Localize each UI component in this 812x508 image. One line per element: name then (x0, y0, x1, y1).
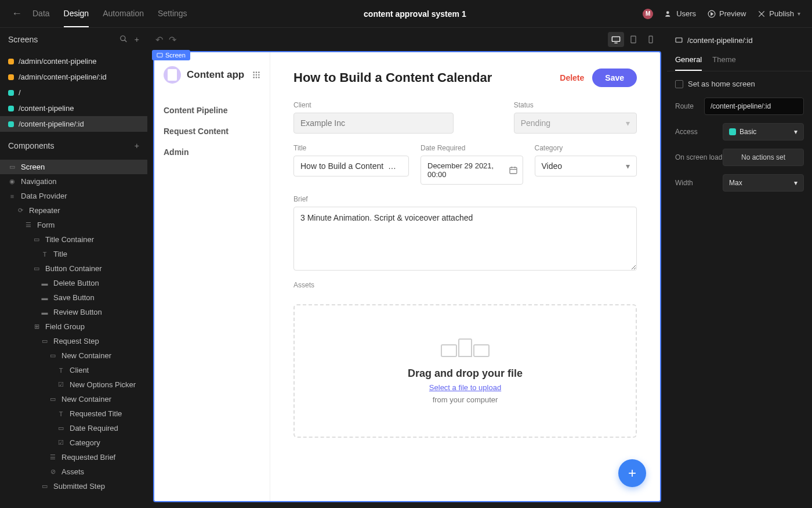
component-item[interactable]: ▭Screen (0, 160, 147, 174)
title-label: Title (293, 144, 409, 152)
search-icon[interactable] (119, 35, 128, 44)
component-item[interactable]: ▬Delete Button (0, 276, 147, 290)
undo-button[interactable]: ↶ (155, 34, 163, 45)
component-item-label: Save Button (53, 293, 95, 302)
nav-content-pipeline[interactable]: Content Pipeline (164, 100, 260, 121)
device-tablet[interactable] (625, 32, 641, 47)
component-item[interactable]: ⊞Field Group (0, 319, 147, 334)
screen-item[interactable]: / (0, 85, 147, 100)
components-header: Components + (0, 134, 147, 157)
svg-rect-7 (631, 36, 636, 43)
component-item-label: Date Required (70, 424, 118, 433)
component-item[interactable]: ▭Button Container (0, 261, 147, 276)
home-screen-checkbox[interactable] (675, 80, 683, 88)
rp-path-label: /content-pipeline/:id (687, 36, 753, 45)
component-item[interactable]: ▭Submitted Step (0, 479, 147, 493)
component-item-label: Delete Button (53, 279, 99, 287)
screens-list: /admin/content-pipeline/admin/content-pi… (0, 51, 147, 134)
nav-request-content[interactable]: Request Content (164, 121, 260, 142)
brief-textarea[interactable] (293, 207, 637, 271)
component-type-icon: ▬ (41, 294, 49, 301)
category-select[interactable]: Video ▾ (535, 156, 637, 176)
rp-tab-general[interactable]: General (675, 51, 702, 71)
component-item[interactable]: ≡Data Provider (0, 189, 147, 203)
calendar-icon[interactable] (509, 165, 518, 175)
status-select[interactable]: Pending ▾ (514, 113, 637, 134)
screen-item[interactable]: /content-pipeline (0, 100, 147, 116)
component-type-icon: ☰ (49, 453, 57, 461)
delete-button[interactable]: Delete (560, 73, 584, 82)
component-item[interactable]: ▬Save Button (0, 290, 147, 305)
title-input[interactable] (293, 156, 409, 176)
publish-label: Publish (769, 9, 794, 18)
component-item[interactable]: ▭New Container (0, 392, 147, 406)
app-sidebar: Content app Content Pipeline Request Con… (154, 52, 270, 501)
add-screen-icon[interactable]: + (135, 35, 139, 44)
canvas[interactable]: Content app Content Pipeline Request Con… (153, 51, 661, 502)
onload-button[interactable]: No actions set (723, 149, 804, 166)
svg-rect-23 (676, 38, 682, 42)
publish-button[interactable]: Publish ▾ (757, 9, 800, 18)
component-item[interactable]: ▭New Container (0, 348, 147, 363)
menu-grid-icon[interactable] (252, 71, 260, 79)
component-item[interactable]: ☑New Options Picker (0, 377, 147, 392)
component-item[interactable]: ▭Request Step (0, 334, 147, 348)
brief-label: Brief (293, 195, 637, 203)
tab-settings[interactable]: Settings (158, 1, 187, 27)
screen-item-label: /content-pipeline/:id (19, 120, 84, 128)
save-button[interactable]: Save (592, 69, 637, 87)
screen-item[interactable]: /content-pipeline/:id (0, 116, 147, 132)
width-select[interactable]: Max ▾ (723, 174, 804, 192)
component-item-label: Form (37, 221, 55, 229)
component-item[interactable]: ◉Navigation (0, 174, 147, 189)
device-mobile[interactable] (643, 32, 659, 47)
users-button[interactable]: Users (665, 9, 696, 18)
back-button[interactable]: ← (12, 8, 22, 20)
add-component-fab[interactable]: + (618, 459, 646, 487)
assets-dropzone[interactable]: Drag and drop your file Select a file to… (293, 304, 637, 438)
component-item-label: Assets (61, 467, 84, 476)
component-type-icon: ⊞ (32, 323, 41, 330)
component-item[interactable]: ▭Title Container (0, 232, 147, 247)
screen-badge: Screen (152, 50, 190, 60)
route-input[interactable] (704, 98, 804, 115)
component-item[interactable]: ▭Date Required (0, 421, 147, 435)
chevron-down-icon: ▾ (626, 118, 630, 128)
date-input[interactable]: December 29 2021, 00:00 (420, 156, 523, 185)
component-type-icon: ▭ (8, 163, 16, 171)
redo-button[interactable]: ↷ (169, 34, 176, 45)
tab-data[interactable]: Data (32, 1, 50, 27)
component-item[interactable]: ☑Category (0, 435, 147, 450)
tab-design[interactable]: Design (64, 1, 89, 27)
component-item[interactable]: ⊘Assets (0, 464, 147, 479)
screen-item[interactable]: /admin/content-pipeline (0, 53, 147, 69)
tab-automation[interactable]: Automation (103, 1, 144, 27)
screen-item-label: /content-pipeline (19, 104, 74, 113)
rp-tab-theme[interactable]: Theme (712, 51, 735, 71)
dropzone-link[interactable]: Select a file to upload (429, 383, 501, 392)
nav-admin[interactable]: Admin (164, 142, 260, 163)
screen-item-label: /admin/content-pipeline/:id (19, 73, 107, 81)
screen-color-dot (8, 74, 14, 80)
device-desktop[interactable] (608, 32, 624, 47)
preview-button[interactable]: Preview (708, 9, 746, 18)
access-select[interactable]: Basic ▾ (723, 123, 804, 140)
avatar[interactable]: M (643, 9, 653, 19)
screen-color-dot (8, 90, 14, 96)
screen-item[interactable]: /admin/content-pipeline/:id (0, 69, 147, 85)
access-value: Basic (740, 128, 756, 136)
component-item[interactable]: ▬Review Button (0, 305, 147, 319)
component-item[interactable]: TRequested Title (0, 406, 147, 421)
component-item[interactable]: ☰Form (0, 218, 147, 232)
dropzone-title: Drag and drop your file (408, 368, 523, 380)
component-item[interactable]: TTitle (0, 247, 147, 261)
component-item[interactable]: ☰Requested Brief (0, 450, 147, 464)
svg-line-4 (125, 40, 127, 42)
component-item-label: Client (70, 366, 89, 374)
client-input[interactable] (293, 113, 454, 134)
client-label: Client (293, 101, 454, 109)
component-item-label: Category (70, 438, 100, 447)
add-component-icon[interactable]: + (135, 141, 139, 150)
component-item[interactable]: ⟳Repeater (0, 203, 147, 218)
component-item[interactable]: TClient (0, 363, 147, 377)
